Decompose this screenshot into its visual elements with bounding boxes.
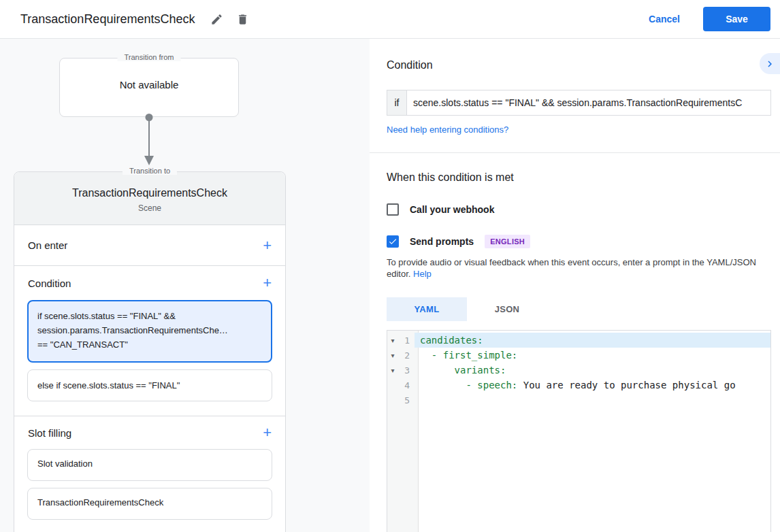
- top-bar: TransactionRequirementsCheck Cancel Save: [0, 0, 780, 39]
- condition-label: Condition: [28, 278, 71, 289]
- check-icon: [388, 237, 397, 246]
- code-text: [415, 393, 770, 408]
- add-icon: +: [263, 237, 272, 254]
- line-number: 3: [398, 365, 415, 376]
- add-slot-button[interactable]: +: [263, 425, 272, 440]
- editor-line[interactable]: 4 - speech: You are ready to purchase ph…: [387, 378, 770, 393]
- line-number: 5: [398, 395, 415, 405]
- scene-card-header: TransactionRequirementsCheck Scene: [14, 172, 285, 225]
- transition-arrow: [141, 114, 157, 169]
- editor-line[interactable]: ▾3 variants:: [387, 363, 770, 378]
- editor-line[interactable]: ▾2 - first_simple:: [387, 348, 770, 363]
- add-icon: +: [263, 274, 272, 291]
- condition-panel-title: Condition: [387, 59, 771, 71]
- section-divider: [370, 152, 780, 153]
- editor-lines: ▾1candidates:▾2 - first_simple:▾3 varian…: [387, 331, 770, 408]
- slot-item[interactable]: Slot validation: [27, 449, 272, 481]
- fold-toggle-icon[interactable]: ▾: [387, 367, 398, 374]
- prompts-description: To provide audio or visual feedback when…: [387, 256, 771, 280]
- pencil-icon: [210, 13, 223, 26]
- transition-from-label: Transition from: [118, 53, 181, 61]
- page-title: TransactionRequirementsCheck: [20, 12, 195, 27]
- webhook-label: Call your webhook: [410, 204, 494, 215]
- editor-line[interactable]: 5: [387, 393, 770, 408]
- on-enter-section-header: On enter +: [14, 225, 285, 266]
- description-text: To provide audio or visual feedback when…: [387, 257, 756, 279]
- condition-item[interactable]: else if scene.slots.status == "FINAL": [27, 369, 272, 401]
- editor-line[interactable]: ▾1candidates:: [387, 333, 770, 348]
- code-text: - speech: You are ready to purchase phys…: [415, 378, 770, 393]
- add-icon: +: [263, 424, 272, 441]
- condition-editor-pane: Condition if Need help entering conditio…: [370, 39, 780, 532]
- slot-filling-label: Slot filling: [28, 427, 71, 439]
- slot-items: Slot validationTransactionRequirementsCh…: [14, 449, 285, 520]
- scene-type-label: Scene: [14, 203, 285, 213]
- scene-diagram-pane: Transition from Not available Transition…: [0, 39, 370, 532]
- fold-toggle-icon[interactable]: ▾: [387, 337, 398, 344]
- editor-tabs: YAMLJSON: [387, 297, 780, 321]
- slot-filling-section-header: Slot filling +: [14, 416, 285, 449]
- code-text: variants:: [415, 363, 770, 378]
- help-link[interactable]: Help: [413, 269, 432, 279]
- condition-items: if scene.slots.status == "FINAL" && sess…: [14, 300, 285, 416]
- condition-expression-input[interactable]: [406, 90, 771, 116]
- conditions-help-link[interactable]: Need help entering conditions?: [387, 124, 508, 135]
- yaml-editor[interactable]: ▾1candidates:▾2 - first_simple:▾3 varian…: [387, 330, 771, 532]
- send-prompts-checkbox[interactable]: [387, 235, 399, 248]
- language-badge: ENGLISH: [485, 235, 530, 248]
- slot-item[interactable]: TransactionRequirementsCheck: [27, 488, 272, 520]
- save-button[interactable]: Save: [703, 7, 770, 31]
- line-number: 4: [398, 380, 415, 390]
- when-met-title: When this condition is met: [387, 171, 780, 184]
- if-label: if: [387, 90, 406, 116]
- webhook-checkbox[interactable]: [387, 203, 399, 216]
- fold-toggle-icon[interactable]: ▾: [387, 352, 398, 359]
- trash-icon: [236, 13, 249, 26]
- condition-section-header: Condition +: [14, 266, 285, 300]
- tab-yaml[interactable]: YAML: [387, 297, 467, 321]
- expand-panel-button[interactable]: [760, 53, 780, 74]
- transition-to-label: Transition to: [123, 167, 177, 175]
- add-condition-button[interactable]: +: [263, 276, 272, 290]
- line-number: 1: [398, 335, 415, 346]
- tab-json[interactable]: JSON: [467, 297, 547, 321]
- scene-card: Transition to TransactionRequirementsChe…: [14, 171, 286, 532]
- cancel-button[interactable]: Cancel: [649, 14, 680, 24]
- code-text: candidates:: [415, 333, 770, 348]
- delete-button[interactable]: [234, 11, 250, 27]
- add-on-enter-button[interactable]: +: [263, 238, 272, 253]
- edit-button[interactable]: [208, 11, 225, 27]
- transition-from-value: Not available: [60, 79, 238, 90]
- code-text: - first_simple:: [415, 348, 770, 363]
- send-prompts-label: Send prompts: [410, 236, 474, 247]
- condition-item[interactable]: if scene.slots.status == "FINAL" && sess…: [27, 300, 272, 363]
- transition-from-box: Transition from Not available: [59, 58, 239, 117]
- chevron-right-icon: [764, 58, 776, 70]
- line-number: 2: [398, 350, 415, 361]
- on-enter-label: On enter: [28, 239, 67, 251]
- scene-name: TransactionRequirementsCheck: [14, 172, 285, 199]
